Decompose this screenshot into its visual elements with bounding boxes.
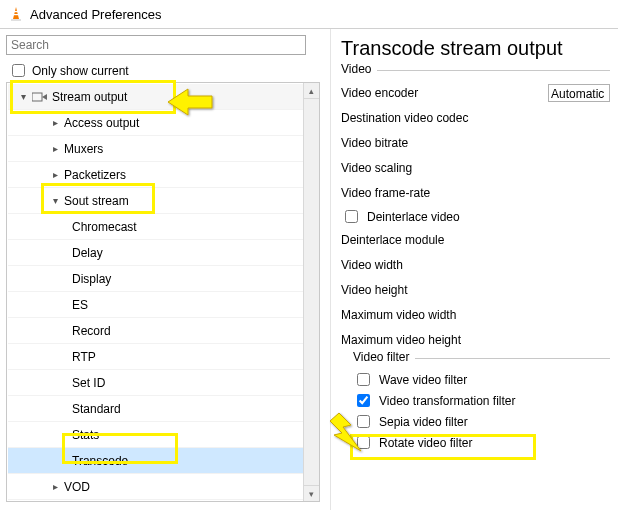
tree-label: Packetizers	[64, 168, 126, 182]
tree-item-record[interactable]: Record	[8, 318, 303, 344]
tree-item-display[interactable]: Display	[8, 266, 303, 292]
tree-item-packetizers[interactable]: ▸ Packetizers	[8, 162, 303, 188]
tree-item-muxers[interactable]: ▸ Muxers	[8, 136, 303, 162]
tree-container: ▾ Stream output ▸ Access output ▸ Muxers	[6, 82, 320, 502]
label-video-width: Video width	[341, 258, 403, 272]
label-video-frame-rate: Video frame-rate	[341, 186, 430, 200]
group-label: Video filter	[353, 350, 415, 364]
field-video-frame-rate: Video frame-rate	[341, 181, 610, 205]
svg-rect-4	[32, 93, 42, 101]
label-sepia: Sepia video filter	[379, 415, 468, 429]
checkbox-wave[interactable]	[357, 373, 370, 386]
chevron-right-icon: ▸	[48, 481, 62, 492]
chevron-right-icon: ▸	[48, 117, 62, 128]
check-wave-filter[interactable]: Wave video filter	[353, 369, 610, 390]
tree-item-stats[interactable]: Stats	[8, 422, 303, 448]
tree-label: Record	[72, 324, 111, 338]
field-video-bitrate: Video bitrate	[341, 131, 610, 155]
value-video-encoder[interactable]: Automatic	[548, 84, 610, 102]
check-rotate-filter[interactable]: Rotate video filter	[353, 432, 610, 453]
tree-label: VOD	[64, 480, 90, 494]
pane-title: Transcode stream output	[341, 37, 610, 60]
label-video-encoder: Video encoder	[341, 86, 418, 100]
left-panel: Only show current ▾ Stream output ▸ Acce…	[0, 29, 331, 510]
tree-item-access-output[interactable]: ▸ Access output	[8, 110, 303, 136]
field-destination-video-codec: Destination video codec	[341, 106, 610, 130]
label-video-height: Video height	[341, 283, 408, 297]
svg-rect-3	[13, 14, 18, 15]
tree-label: Standard	[72, 402, 121, 416]
tree-label: ES	[72, 298, 88, 312]
label-rotate: Rotate video filter	[379, 436, 472, 450]
window-title: Advanced Preferences	[30, 7, 162, 22]
label-transform: Video transformation filter	[379, 394, 516, 408]
svg-marker-0	[13, 7, 19, 19]
group-video: Video	[341, 70, 610, 71]
label-wave: Wave video filter	[379, 373, 467, 387]
label-max-video-height: Maximum video height	[341, 333, 461, 347]
preferences-window: Advanced Preferences Only show current ▾…	[0, 0, 618, 511]
tree-item-vod[interactable]: ▸ VOD	[8, 474, 303, 500]
svg-rect-2	[14, 11, 18, 12]
scroll-up-icon[interactable]: ▴	[304, 83, 319, 99]
chevron-down-icon: ▾	[16, 91, 30, 102]
group-label: Video	[341, 62, 377, 76]
chevron-right-icon: ▸	[48, 169, 62, 180]
checkbox-deinterlace-video[interactable]	[345, 210, 358, 223]
svg-rect-1	[11, 19, 21, 21]
chevron-down-icon: ▾	[48, 195, 62, 206]
label-max-video-width: Maximum video width	[341, 308, 456, 322]
field-max-video-height: Maximum video height	[341, 328, 610, 352]
checkbox-sepia[interactable]	[357, 415, 370, 428]
tree-item-delay[interactable]: Delay	[8, 240, 303, 266]
scroll-down-icon[interactable]: ▾	[304, 485, 319, 501]
tree-label: Stats	[72, 428, 99, 442]
tree-label: Muxers	[64, 142, 103, 156]
label-video-bitrate: Video bitrate	[341, 136, 408, 150]
tree-label: Sout stream	[64, 194, 129, 208]
label-video-scaling: Video scaling	[341, 161, 412, 175]
tree-label: Access output	[64, 116, 139, 130]
vlc-cone-icon	[8, 6, 24, 22]
titlebar: Advanced Preferences	[0, 0, 618, 29]
tree-item-stream-output[interactable]: ▾ Stream output	[8, 84, 303, 110]
video-filter-group: Video filter Wave video filter Video tra…	[353, 358, 610, 453]
check-deinterlace-video[interactable]: Deinterlace video	[341, 206, 610, 227]
field-video-encoder: Video encoder Automatic	[341, 81, 610, 105]
field-video-scaling: Video scaling	[341, 156, 610, 180]
label-destination-video-codec: Destination video codec	[341, 111, 468, 125]
label-deinterlace-video: Deinterlace video	[367, 210, 460, 224]
tree-label: Transcode	[72, 454, 128, 468]
tree-label: Stream output	[52, 90, 127, 104]
stream-output-icon	[32, 89, 48, 105]
tree-item-rtp[interactable]: RTP	[8, 344, 303, 370]
tree-scrollbar[interactable]: ▴ ▾	[303, 83, 319, 501]
checkbox-rotate[interactable]	[357, 436, 370, 449]
tree-label: RTP	[72, 350, 96, 364]
only-show-current-row[interactable]: Only show current	[8, 61, 330, 80]
field-video-height: Video height	[341, 278, 610, 302]
label-deinterlace-module: Deinterlace module	[341, 233, 444, 247]
tree-item-sout-stream[interactable]: ▾ Sout stream	[8, 188, 303, 214]
category-tree[interactable]: ▾ Stream output ▸ Access output ▸ Muxers	[8, 84, 303, 500]
tree-item-transcode[interactable]: Transcode	[8, 448, 303, 474]
tree-item-chromecast[interactable]: Chromecast	[8, 214, 303, 240]
field-max-video-width: Maximum video width	[341, 303, 610, 327]
tree-label: Chromecast	[72, 220, 137, 234]
only-show-current-checkbox[interactable]	[12, 64, 25, 77]
field-video-width: Video width	[341, 253, 610, 277]
check-transform-filter[interactable]: Video transformation filter	[353, 390, 610, 411]
tree-label: Display	[72, 272, 111, 286]
chevron-right-icon: ▸	[48, 143, 62, 154]
only-show-current-label: Only show current	[32, 64, 129, 78]
group-video-filter: Video filter	[353, 358, 610, 359]
tree-item-standard[interactable]: Standard	[8, 396, 303, 422]
search-input[interactable]	[6, 35, 306, 55]
check-sepia-filter[interactable]: Sepia video filter	[353, 411, 610, 432]
field-deinterlace-module: Deinterlace module	[341, 228, 610, 252]
checkbox-transform[interactable]	[357, 394, 370, 407]
tree-label: Set ID	[72, 376, 105, 390]
tree-label: Delay	[72, 246, 103, 260]
tree-item-es[interactable]: ES	[8, 292, 303, 318]
tree-item-set-id[interactable]: Set ID	[8, 370, 303, 396]
